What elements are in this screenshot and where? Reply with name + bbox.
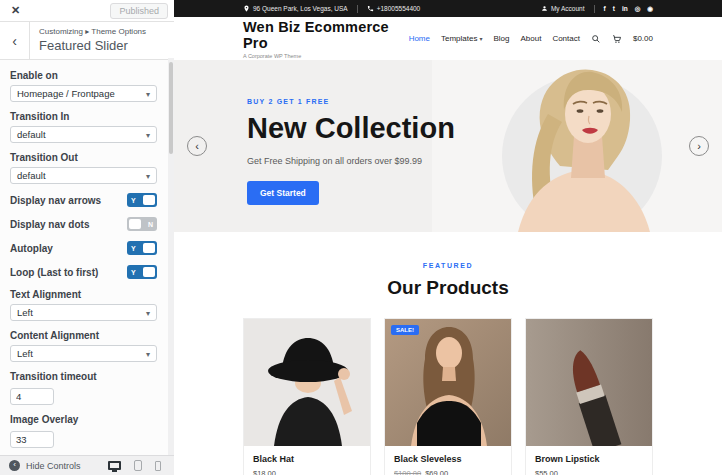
nav-label: Templates [441,34,477,43]
product-image[interactable] [526,319,652,446]
product-name[interactable]: Black Sleveless [394,454,502,464]
mobile-preview-icon[interactable] [155,461,161,471]
get-started-button[interactable]: Get Started [247,181,319,205]
customizer-topbar: ✕ Published [0,0,174,22]
chevron-down-icon [146,307,150,318]
toggle-state: Y [131,245,136,252]
twitter-icon[interactable]: t [613,5,615,12]
control-label: Transition timeout [10,371,157,382]
control-autoplay: Autoplay Y [10,241,157,255]
topbar-contact-group: 96 Queen Park, Los Vegas, USA +180055544… [243,5,420,13]
product-name[interactable]: Brown Lipstick [535,454,643,464]
product-image[interactable] [244,319,370,446]
section-title: Our Products [174,277,722,299]
hero-slide-image [432,60,722,232]
autoplay-toggle[interactable]: Y [127,241,157,255]
site-branding[interactable]: Wen Biz Ecommerce Pro A Corporate WP The… [243,19,409,59]
customizer-footer: Hide Controls [0,455,174,475]
controls-panel: Enable on Homepage / Frontpage Transitio… [0,60,174,455]
product-card-brown-lipstick[interactable]: Brown Lipstick $55.00 [525,318,653,475]
phone-text: +18005554400 [377,5,421,12]
select-value: Left [17,348,33,359]
toggle-knob [143,243,155,253]
device-preview-switcher [108,460,165,471]
enable-on-select[interactable]: Homepage / Frontpage [10,85,157,102]
user-icon [541,5,548,12]
control-label: Display nav arrows [10,195,101,206]
facebook-icon[interactable]: f [604,5,606,12]
product-price: $100.00$69.00 [394,469,502,475]
hero-title: New Collection [247,112,455,145]
display-nav-dots-toggle[interactable]: N [127,217,157,231]
site-tagline: A Corporate WP Theme [243,53,409,59]
customizer-sidebar: ✕ Published ‹ Customizing ▸ Theme Option… [0,0,174,475]
cart-total[interactable]: $0.00 [633,34,653,43]
slider-prev-arrow[interactable]: ‹ [187,136,207,156]
featured-products-section: FEATURED Our Products Black Hat [174,232,722,475]
control-label: Autoplay [10,243,53,254]
toggle-knob [143,195,155,205]
nav-item-contact[interactable]: Contact [552,34,580,43]
divider [594,5,595,13]
transition-timeout-input[interactable] [10,388,54,405]
loop-toggle[interactable]: Y [127,265,157,279]
phone-item[interactable]: +18005554400 [367,5,421,12]
published-button[interactable]: Published [110,3,168,19]
hide-controls-label[interactable]: Hide Controls [26,461,81,471]
select-value: default [17,170,46,181]
control-label: Loop (Last to first) [10,267,98,278]
chevron-down-icon [146,88,150,99]
nav-item-blog[interactable]: Blog [493,34,509,43]
hero-subtitle: Get Free Shipping on all orders over $99… [247,156,455,166]
dribbble-icon[interactable]: ◉ [647,5,653,13]
back-button[interactable]: ‹ [0,22,30,59]
sale-badge: SALE! [391,325,419,335]
text-alignment-select[interactable]: Left [10,304,157,321]
cart-icon[interactable] [612,34,622,44]
nav-item-about[interactable]: About [520,34,541,43]
product-card-black-hat[interactable]: Black Hat $18.00 [243,318,371,475]
panel-title: Featured Slider [39,38,146,53]
tablet-preview-icon[interactable] [134,460,142,471]
divider [357,5,358,13]
transition-in-select[interactable]: default [10,126,157,143]
product-name[interactable]: Black Hat [253,454,361,464]
site-topbar: 96 Queen Park, Los Vegas, USA +180055544… [174,0,722,17]
control-text-alignment: Text Alignment Left [10,289,157,321]
search-icon[interactable] [591,34,601,44]
hero-slide-content: BUY 2 GET 1 FREE New Collection Get Free… [247,98,455,205]
image-overlay-input[interactable] [10,431,54,448]
control-transition-out: Transition Out default [10,152,157,184]
my-account-link[interactable]: My Account [541,5,585,12]
location-pin-icon [243,5,250,12]
instagram-icon[interactable]: ◎ [635,5,641,13]
nav-item-home[interactable]: Home [409,34,430,43]
control-enable-on: Enable on Homepage / Frontpage [10,70,157,102]
slider-next-arrow[interactable]: › [689,136,709,156]
phone-icon [367,5,374,12]
control-label: Enable on [10,70,157,81]
nav-item-templates[interactable]: Templates [441,34,482,43]
address-item: 96 Queen Park, Los Vegas, USA [243,5,348,12]
linkedin-icon[interactable]: in [622,5,628,12]
control-label: Image Overlay [10,414,157,425]
toggle-state: N [148,221,153,228]
control-transition-in: Transition In default [10,111,157,143]
product-info: Black Sleveless $100.00$69.00 [385,446,511,475]
desktop-preview-icon[interactable] [108,461,121,470]
content-alignment-select[interactable]: Left [10,345,157,362]
social-links: f t in ◎ ◉ [604,5,653,13]
scrollbar-thumb[interactable] [169,62,173,154]
product-card-black-sleveless[interactable]: SALE! Black Sleveless $100.00$69.00 [384,318,512,475]
select-value: Homepage / Frontpage [17,88,115,99]
transition-out-select[interactable]: default [10,167,157,184]
display-nav-arrows-toggle[interactable]: Y [127,193,157,207]
hero-eyebrow: BUY 2 GET 1 FREE [247,98,455,105]
site-title[interactable]: Wen Biz Ecommerce Pro [243,19,409,51]
control-loop: Loop (Last to first) Y [10,265,157,279]
collapse-sidebar-icon[interactable] [9,460,20,471]
site-preview: 96 Queen Park, Los Vegas, USA +180055544… [174,0,722,475]
product-image[interactable]: SALE! [385,319,511,446]
close-icon[interactable]: ✕ [11,4,20,17]
topbar-account-group: My Account f t in ◎ ◉ [541,5,653,13]
